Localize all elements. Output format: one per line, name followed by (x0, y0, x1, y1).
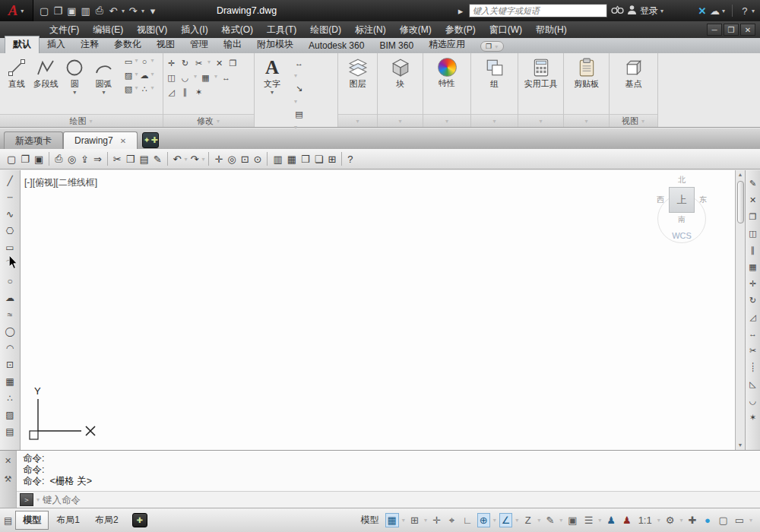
designcenter-icon[interactable]: ▦ (285, 153, 299, 166)
clipboard-button[interactable]: 剪贴板 (568, 57, 605, 89)
polygon-icon[interactable]: ⎔ (2, 224, 18, 239)
new-drawing-button[interactable]: ✦✚ (142, 132, 159, 148)
mirror-icon[interactable]: ◫ (746, 226, 760, 240)
zoom-previous-icon[interactable]: ⊙ (252, 153, 264, 166)
view-panel-label[interactable]: 视图▾ (610, 114, 657, 127)
scale-icon[interactable]: ◿ (166, 87, 177, 97)
ellipse-icon-dropdown[interactable]: ▾ (150, 57, 154, 67)
table-icon[interactable]: ▤ (2, 425, 18, 439)
publish-icon[interactable]: ⇪ (78, 153, 91, 166)
redo-icon-dropdown[interactable]: ▾ (141, 8, 145, 14)
otrack-icon-dropdown[interactable]: ▾ (559, 517, 563, 524)
utilities-button[interactable]: 实用工具 (523, 57, 559, 89)
dimension-icon-dropdown[interactable]: ▾ (293, 72, 305, 79)
scroll-up-icon[interactable]: ▲ (738, 170, 743, 179)
circle-icon[interactable]: ○ (2, 274, 18, 289)
stretch-icon[interactable]: ↔ (746, 327, 760, 340)
offset-icon[interactable]: ∥ (179, 87, 191, 97)
redo-icon[interactable]: ↷ (188, 153, 201, 166)
grid-icon[interactable]: ▦ (385, 513, 399, 527)
search-input[interactable] (470, 6, 606, 15)
save-icon[interactable]: ▣ (65, 5, 78, 17)
ellipse-arc-icon[interactable]: ◠ (2, 341, 18, 356)
table-icon[interactable]: ▤ (293, 109, 305, 119)
infer-constraints-icon[interactable]: ✛ (430, 513, 443, 527)
close-button[interactable]: ✕ (740, 24, 755, 36)
hardware-monitor-icon[interactable]: ▢ (716, 513, 730, 527)
text-button[interactable]: A 文字 ▾ (257, 57, 287, 97)
draw-panel-label[interactable]: 绘图▾ (0, 114, 163, 127)
line-button[interactable]: 直线 (2, 57, 31, 89)
performance-icon[interactable]: ● (701, 513, 714, 527)
spline-icon[interactable]: ≈ (2, 308, 18, 322)
layout1-tab[interactable]: 布局1 (49, 511, 87, 530)
erase-icon[interactable]: ✕ (746, 193, 760, 207)
utilities-panel-label[interactable]: ▾ (518, 114, 563, 127)
explode-icon[interactable]: ✶ (746, 410, 760, 424)
drawing-canvas[interactable]: [-][俯视][二维线框] 北 西 上 东 南 WCS Y (21, 170, 735, 450)
osnap-icon-dropdown[interactable]: ▾ (515, 517, 519, 524)
point-icon[interactable]: ∴ (2, 391, 18, 406)
block-panel-label[interactable]: ▾ (378, 114, 423, 127)
polar-icon-dropdown[interactable]: ▾ (492, 517, 497, 524)
scale-icon[interactable]: ◿ (746, 310, 760, 324)
basepoint-button[interactable]: 基点 (616, 57, 652, 89)
insert-block-icon[interactable]: ⊡ (2, 358, 18, 372)
annotation-visibility-icon[interactable]: ♟ (604, 513, 618, 527)
menu-help[interactable]: 帮助(H) (529, 21, 574, 38)
lineweight-icon-dropdown[interactable]: ▾ (597, 517, 602, 524)
osnap-3d-icon[interactable]: Z (521, 513, 534, 527)
viewcube-top-face[interactable]: 上 (669, 187, 695, 213)
command-input[interactable] (43, 495, 760, 505)
modify-panel-label[interactable]: 修改▾ (163, 114, 254, 127)
file-tab-new[interactable]: 新选项卡 (4, 131, 63, 149)
help-icon[interactable]: ? (345, 153, 355, 166)
cloud-dropdown-icon[interactable]: ▾ (721, 8, 726, 14)
tab-view[interactable]: 视图 (149, 36, 182, 53)
xline-icon[interactable]: ┄ (2, 191, 18, 205)
stretch-icon[interactable]: ↔ (220, 73, 232, 83)
matchprop-icon[interactable]: ✎ (151, 153, 164, 166)
viewport-controls[interactable]: [-][俯视][二维线框] (24, 176, 97, 189)
clean-screen-icon-dropdown[interactable]: ▾ (749, 517, 753, 524)
pan-icon[interactable]: ✛ (212, 153, 225, 166)
properties-panel-label[interactable]: ▾ (423, 114, 470, 127)
move-icon[interactable]: ✛ (746, 277, 760, 290)
point-icon[interactable]: ∴ (138, 84, 150, 94)
leader-icon-dropdown[interactable]: ▾ (293, 98, 305, 105)
hatch-icon[interactable]: ▨ (2, 408, 18, 423)
snap-icon-dropdown[interactable]: ▾ (423, 517, 428, 524)
command-close-icon[interactable]: ✕ (5, 456, 11, 466)
vertical-scrollbar[interactable]: ▲ ▼ (735, 170, 745, 450)
sheetset-icon[interactable]: ❏ (312, 153, 326, 166)
snap-icon[interactable]: ⊞ (408, 513, 421, 527)
settings-gear-icon[interactable]: ⚙ (663, 513, 677, 527)
annotation-scale[interactable]: 1:1 (636, 513, 654, 527)
new-icon[interactable]: ▢ (38, 5, 50, 17)
minimize-button[interactable]: ─ (707, 24, 722, 36)
isolate-objects-icon[interactable]: ✚ (686, 513, 698, 527)
tab-output[interactable]: 输出 (216, 36, 249, 53)
fillet-icon[interactable]: ◡ (179, 73, 191, 83)
clean-screen-icon[interactable]: ▭ (733, 513, 746, 527)
login-dropdown-icon[interactable]: ▾ (660, 8, 664, 14)
grid-icon-dropdown[interactable]: ▾ (401, 517, 406, 524)
rotate-icon[interactable]: ↻ (179, 59, 191, 68)
dimension-icon[interactable]: ↔ (293, 59, 305, 68)
gradient-icon[interactable]: ▧ (122, 84, 134, 94)
redo-icon-dropdown[interactable]: ▾ (201, 156, 205, 163)
clipboard-panel-label[interactable]: ▾ (564, 114, 609, 127)
copy-icon[interactable]: ❐ (746, 210, 760, 223)
leader-icon[interactable]: ↘ (293, 84, 305, 93)
rectangle-icon[interactable]: ▭ (122, 57, 134, 67)
trim-icon[interactable]: ✂ (746, 344, 760, 357)
ellipse-icon[interactable]: ◯ (2, 325, 18, 339)
tab-manage[interactable]: 管理 (182, 36, 216, 53)
file-tab-drawing7[interactable]: Drawing7 ✕ (63, 131, 138, 149)
tab-close-icon[interactable]: ✕ (120, 137, 126, 145)
offset-icon[interactable]: ∥ (746, 243, 760, 257)
rectangle-icon[interactable]: ▭ (2, 241, 18, 255)
viewcube-north[interactable]: 北 (653, 175, 711, 185)
redo-icon[interactable]: ↷ (127, 5, 139, 17)
break-icon[interactable]: ┊ (746, 360, 760, 374)
